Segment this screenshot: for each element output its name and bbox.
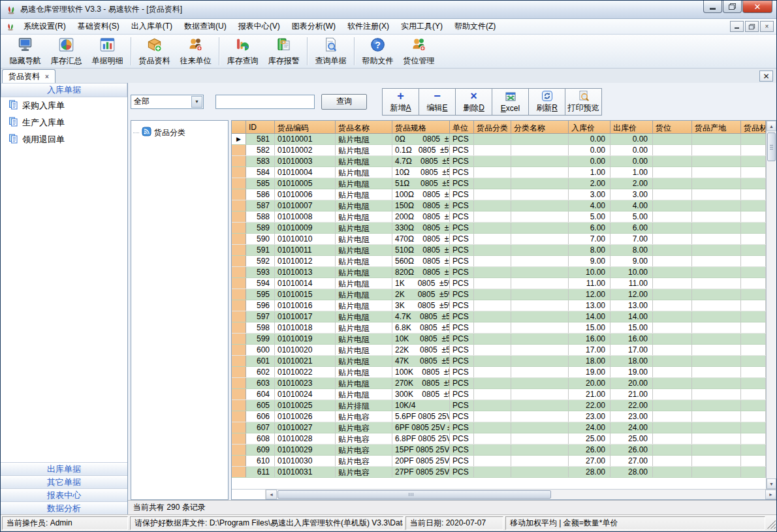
grid-column-header[interactable]: 货品产地: [692, 121, 741, 134]
table-row[interactable]: 58801010008贴片电阻200Ω 0805 ±5%PCS5.005.00: [232, 211, 766, 223]
table-row[interactable]: 58201010002贴片电阻0.1Ω 0805 ±5%PCS0.000.00: [232, 145, 766, 156]
row-selector[interactable]: [232, 322, 246, 333]
table-row[interactable]: 60701010027贴片电容6PF 0805 25V ±2PCS24.0024…: [232, 422, 766, 433]
table-row[interactable]: 59401010014贴片电阻1K 0805 ±5%PCS11.0011.00: [232, 278, 766, 289]
table-row[interactable]: 60301010023贴片电阻270K 0805 ±5%PCS20.0020.0…: [232, 378, 766, 389]
scroll-left-icon[interactable]: ◄: [266, 490, 277, 499]
row-selector[interactable]: [232, 367, 246, 377]
sidebar-section-data-analysis[interactable]: 数据分析: [1, 501, 127, 514]
menu-item-report-center[interactable]: 报表中心(V): [232, 18, 286, 35]
toolbar-button-hide-nav[interactable]: 隐藏导航: [5, 35, 46, 67]
row-selector[interactable]: [232, 189, 246, 200]
table-row[interactable]: ▶58101010001贴片电阻0Ω 0805 ±5%PCS0.000.00: [232, 134, 766, 145]
action-button-edit[interactable]: −编辑E: [419, 88, 456, 116]
horizontal-scrollbar-track[interactable]: [277, 490, 765, 499]
action-button-add[interactable]: +新增A: [382, 88, 419, 116]
row-selector[interactable]: [232, 433, 246, 444]
search-input[interactable]: [215, 95, 315, 109]
grid-column-header[interactable]: 货品编码: [275, 121, 336, 134]
row-selector[interactable]: [232, 356, 246, 366]
row-selector[interactable]: [232, 300, 246, 311]
table-row[interactable]: 58901010009贴片电阻330Ω 0805 ±5%PCS6.006.00: [232, 223, 766, 234]
table-row[interactable]: 59101010011贴片电阻510Ω 0805 ±5%PCS8.008.00: [232, 245, 766, 256]
toolbar-button-stock-summary[interactable]: 库存汇总: [46, 35, 87, 67]
menu-item-chart-analysis[interactable]: 图表分析(W): [286, 18, 341, 35]
table-row[interactable]: 61101010031贴片电容27PF 0805 25V ±2PCS28.002…: [232, 467, 766, 478]
row-selector[interactable]: [232, 211, 246, 222]
table-row[interactable]: 59701010017贴片电阻4.7K 0805 ±5%PCS14.0014.0…: [232, 311, 766, 322]
table-row[interactable]: 58601010006贴片电阻100Ω 0805 ±5%PCS3.003.00: [232, 189, 766, 200]
row-selector[interactable]: ▶: [232, 134, 246, 144]
row-selector[interactable]: [232, 311, 246, 322]
grid-column-header[interactable]: 货位: [653, 121, 692, 134]
table-row[interactable]: 59201010012贴片电阻560Ω 0805 ±5%PCS9.009.00: [232, 256, 766, 267]
table-row[interactable]: 60401010024贴片电阻300K 0805 ±5%PCS21.0021.0…: [232, 389, 766, 400]
row-selector[interactable]: [232, 223, 246, 233]
row-selector[interactable]: [232, 234, 246, 244]
grid-column-header[interactable]: 货品名称: [336, 121, 392, 134]
menu-item-data-query[interactable]: 数据查询(U): [178, 18, 232, 35]
menu-item-utility-tools[interactable]: 实用工具(Y): [395, 18, 449, 35]
action-button-refresh[interactable]: 刷新R: [528, 88, 565, 116]
row-selector[interactable]: [232, 200, 246, 211]
sidebar-section-other-docs[interactable]: 其它单据: [1, 475, 127, 488]
menu-item-software-register[interactable]: 软件注册(X): [341, 18, 395, 35]
horizontal-scrollbar-thumb[interactable]: [278, 490, 551, 499]
table-row[interactable]: 59801010018贴片电阻6.8K 0805 ±5%PCS15.0015.0…: [232, 322, 766, 334]
toolbar-button-doc-detail[interactable]: 单据明细: [87, 35, 128, 67]
chevron-down-icon[interactable]: ▼: [191, 96, 202, 108]
grid-column-header[interactable]: 入库价: [569, 121, 610, 134]
menu-item-help-files[interactable]: 帮助文件(Z): [449, 18, 501, 35]
sidebar-item-purchase-inbound[interactable]: 采购入库单: [1, 97, 127, 114]
menu-item-base-data[interactable]: 基础资料(S): [72, 18, 125, 35]
vertical-scrollbar-thumb[interactable]: [767, 133, 776, 161]
tab-close-icon[interactable]: ×: [45, 73, 49, 80]
table-row[interactable]: 58401010004贴片电阻10Ω 0805 ±5%PCS1.001.00: [232, 167, 766, 178]
table-row[interactable]: 59901010019贴片电阻10K 0805 ±5%PCS16.0016.00: [232, 334, 766, 345]
scroll-up-icon[interactable]: ▲: [767, 121, 776, 131]
table-row[interactable]: 60601010026贴片电容5.6PF 0805 25V ±2PCS23.00…: [232, 411, 766, 422]
sidebar-item-requisition-return[interactable]: 领用退回单: [1, 131, 127, 148]
row-selector[interactable]: [232, 167, 246, 178]
minimize-button[interactable]: [703, 1, 722, 13]
grid-column-header[interactable]: 出库价: [610, 121, 653, 134]
row-selector[interactable]: [232, 411, 246, 422]
toolbar-button-goods-info[interactable]: 货品资料: [134, 35, 175, 67]
table-row[interactable]: 60901010029贴片电容15PF 0805 25V ±2PCS26.002…: [232, 445, 766, 456]
action-button-delete[interactable]: ×删除D: [455, 88, 492, 116]
grid-column-header[interactable]: 分类名称: [511, 121, 569, 134]
sidebar-section-report-center[interactable]: 报表中心: [1, 488, 127, 501]
grid-column-header[interactable]: 货品规格: [392, 121, 450, 134]
table-row[interactable]: 60501010025贴片排阻10K/4PCS22.0022.00: [232, 400, 766, 411]
vertical-scrollbar-track[interactable]: [767, 163, 776, 478]
row-selector[interactable]: [232, 378, 246, 388]
toolbar-button-help-file[interactable]: ?帮助文件: [357, 35, 398, 67]
table-row[interactable]: 60801010028贴片电容6.8PF 0805 25V ±2PCS25.00…: [232, 433, 766, 445]
toolbar-button-query-docs[interactable]: 查询单据: [310, 35, 351, 67]
row-selector[interactable]: [232, 334, 246, 344]
table-row[interactable]: 59601010016贴片电阻3K 0805 ±5%PCS13.0013.00: [232, 300, 766, 311]
grid-column-header[interactable]: 货品分类: [474, 121, 511, 134]
toolbar-button-stock-query[interactable]: 库存查询: [222, 35, 263, 67]
menu-item-system-settings[interactable]: 系统设置(R): [18, 18, 72, 35]
grid-column-header[interactable]: 货品材质: [741, 121, 766, 134]
sidebar-item-production-inbound[interactable]: 生产入库单: [1, 114, 127, 131]
row-selector[interactable]: [232, 422, 246, 433]
restore-button[interactable]: [723, 1, 742, 13]
table-row[interactable]: 59001010010贴片电阻470Ω 0805 ±5%PCS7.007.00: [232, 234, 766, 245]
row-selector[interactable]: [232, 278, 246, 289]
table-row[interactable]: 59301010013贴片电阻820Ω 0805 ±5%PCS10.0010.0…: [232, 267, 766, 278]
mdi-close-button[interactable]: ×: [760, 21, 774, 32]
table-row[interactable]: 61001010030贴片电容20PF 0805 25V ±2PCS27.002…: [232, 456, 766, 467]
table-row[interactable]: 59501010015贴片电阻2K 0805 ±5%PCS12.0012.00: [232, 289, 766, 300]
table-row[interactable]: 58301010003贴片电阻4.7Ω 0805 ±5%PCS0.000.00: [232, 156, 766, 167]
scroll-down-icon[interactable]: ▼: [767, 478, 776, 489]
row-selector[interactable]: [232, 389, 246, 399]
table-row[interactable]: 58501010005贴片电阻51Ω 0805 ±5%PCS2.002.00: [232, 178, 766, 189]
category-combobox[interactable]: 全部 ▼: [131, 95, 204, 109]
row-selector[interactable]: [232, 256, 246, 266]
sidebar-header-inbound[interactable]: 入库单据: [1, 83, 127, 97]
table-row[interactable]: 58701010007贴片电阻150Ω 0805 ±5%PCS4.004.00: [232, 200, 766, 211]
tabstrip-close-button[interactable]: ✕: [759, 70, 773, 82]
table-row[interactable]: 60201010022贴片电阻100K 0805 ±5%PCS19.0019.0…: [232, 367, 766, 378]
